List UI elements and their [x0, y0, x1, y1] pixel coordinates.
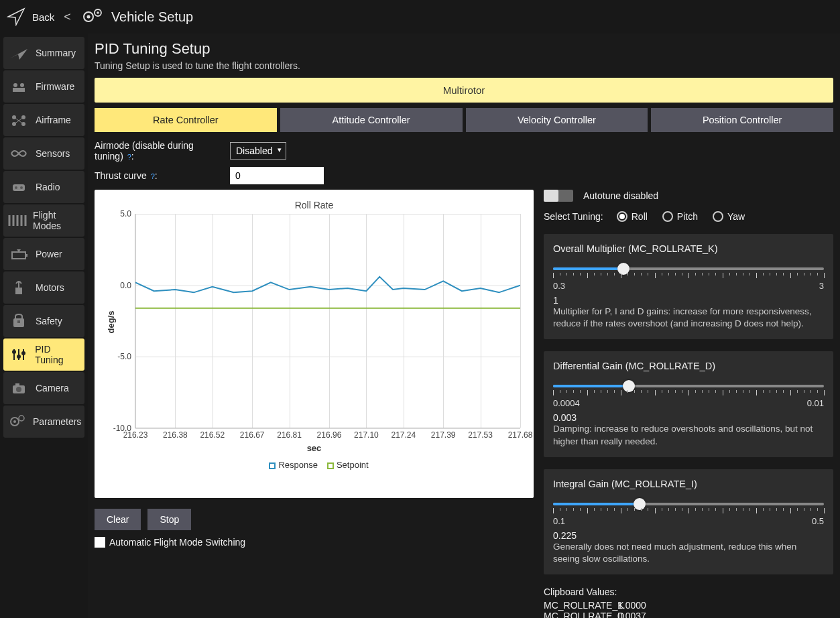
slider-box-0: Overall Multiplier (MC_ROLLRATE_K)0.331M… — [544, 234, 833, 339]
sidebar-item-label: Airframe — [36, 115, 71, 125]
radio-label: Roll — [632, 211, 648, 222]
slider-desc: Damping: increase to reduce overshoots a… — [553, 423, 824, 447]
sidebar-item-label: Radio — [36, 182, 60, 192]
slider-track[interactable] — [553, 385, 824, 387]
sidebar-item-label: Sensors — [36, 148, 70, 159]
sidebar-item-radio[interactable]: Radio — [3, 171, 84, 203]
help-icon[interactable]: ? — [127, 153, 131, 161]
radio-label: Pitch — [677, 211, 698, 222]
radio-pitch[interactable]: Pitch — [662, 211, 698, 222]
sensors-icon — [7, 143, 30, 164]
svg-rect-18 — [15, 288, 22, 294]
radio-icon — [617, 211, 627, 222]
svg-rect-16 — [12, 252, 25, 259]
sidebar-item-power[interactable]: Power — [3, 238, 84, 270]
thrust-input[interactable] — [230, 167, 324, 184]
svg-rect-4 — [13, 88, 25, 92]
help-icon[interactable]: ? — [151, 172, 155, 180]
slider-track[interactable] — [553, 267, 824, 270]
slider-box-2: Integral Gain (MC_ROLLRATE_I)0.10.50.225… — [544, 469, 833, 574]
sidebar-item-label: Summary — [36, 48, 76, 58]
auto-flightmode-label: Automatic Flight Mode Switching — [109, 537, 245, 548]
sidebar-item-label: Camera — [36, 383, 69, 393]
app-logo-icon — [7, 7, 25, 26]
slider-mid: 1 — [553, 295, 824, 306]
power-icon — [7, 244, 30, 264]
slider-max: 0.5 — [812, 516, 824, 526]
clipboard-row: MC_ROLLRATE_D0.0037 — [544, 611, 833, 618]
svg-point-14 — [15, 186, 17, 189]
sidebar-item-sensors[interactable]: Sensors — [3, 137, 84, 170]
svg-point-26 — [21, 351, 25, 355]
slider-max: 3 — [819, 281, 824, 291]
page-title: PID Tuning Setup — [95, 40, 833, 58]
chart-ylabel: deg/s — [106, 311, 116, 334]
clipboard-row: MC_ROLLRATE_K1.0000 — [544, 600, 833, 611]
parameters-icon — [7, 412, 27, 432]
sidebar-item-flight-modes[interactable]: Flight Modes — [3, 204, 84, 237]
slider-min: 0.1 — [553, 516, 565, 526]
tab-rate-controller[interactable]: Rate Controller — [95, 108, 277, 132]
svg-point-31 — [13, 420, 16, 423]
slider-desc: Multiplier for P, I and D gains: increas… — [553, 306, 824, 330]
sidebar-item-label: Parameters — [33, 416, 81, 427]
camera-icon — [7, 378, 30, 398]
slider-min: 0.0004 — [553, 398, 580, 408]
clear-button[interactable]: Clear — [95, 509, 141, 530]
chart-xlabel: sec — [101, 443, 527, 453]
radio-roll[interactable]: Roll — [617, 211, 648, 222]
back-chevron-icon: < — [61, 10, 74, 24]
chart-legend: ResponseSetpoint — [101, 460, 527, 470]
svg-point-1 — [86, 15, 90, 19]
slider-track[interactable] — [553, 503, 824, 505]
svg-rect-20 — [17, 320, 20, 323]
sidebar-item-label: Flight Modes — [33, 210, 80, 231]
airmode-label: Airmode (disable during tuning) ?: — [95, 140, 222, 162]
tab-position-controller[interactable]: Position Controller — [651, 108, 833, 132]
safety-icon — [7, 311, 30, 331]
sidebar: SummaryFirmwareAirframeSensorsRadioFligh… — [0, 34, 88, 618]
svg-point-32 — [19, 416, 24, 421]
pid-tuning-icon — [7, 345, 29, 365]
slider-max: 0.01 — [807, 398, 824, 408]
sidebar-item-label: Safety — [36, 316, 62, 326]
stop-button[interactable]: Stop — [147, 509, 191, 530]
sidebar-item-pid-tuning[interactable]: PID Tuning — [3, 338, 84, 371]
svg-rect-13 — [13, 184, 25, 191]
slider-min: 0.3 — [553, 281, 565, 291]
autotune-toggle[interactable] — [544, 190, 573, 202]
svg-point-5 — [13, 83, 17, 87]
sidebar-item-airframe[interactable]: Airframe — [3, 104, 84, 136]
sidebar-item-parameters[interactable]: Parameters — [3, 406, 84, 438]
svg-point-22 — [12, 350, 16, 354]
sidebar-item-firmware[interactable]: Firmware — [3, 70, 84, 103]
tab-velocity-controller[interactable]: Velocity Controller — [466, 108, 648, 132]
svg-point-3 — [97, 11, 99, 14]
auto-flightmode-checkbox[interactable] — [95, 537, 105, 548]
sidebar-item-camera[interactable]: Camera — [3, 372, 84, 404]
page-desc: Tuning Setup is used to tune the flight … — [95, 60, 833, 71]
summary-icon — [7, 43, 30, 63]
sidebar-item-summary[interactable]: Summary — [3, 37, 84, 69]
svg-rect-29 — [15, 383, 19, 386]
radio-label: Yaw — [727, 211, 745, 222]
autotune-label: Autotune disabled — [583, 190, 658, 201]
vehicle-type-banner: Multirotor — [95, 78, 833, 103]
slider-mid: 0.225 — [553, 530, 824, 541]
clipboard-title: Clipboard Values: — [544, 586, 833, 597]
chart-title: Roll Rate — [101, 200, 527, 210]
thrust-label: Thrust curve ?: — [95, 170, 222, 181]
gears-icon — [80, 7, 105, 26]
sidebar-item-motors[interactable]: Motors — [3, 271, 84, 304]
slider-title: Overall Multiplier (MC_ROLLRATE_K) — [553, 243, 824, 254]
radio-icon — [7, 177, 30, 197]
slider-mid: 0.003 — [553, 412, 824, 423]
radio-yaw[interactable]: Yaw — [713, 211, 745, 222]
radio-icon — [662, 211, 673, 222]
sidebar-item-safety[interactable]: Safety — [3, 305, 84, 337]
airmode-select[interactable]: Disabled — [230, 142, 286, 160]
controller-tabs: Rate ControllerAttitude ControllerVeloci… — [95, 108, 833, 132]
slider-desc: Generally does not need much adjustment,… — [553, 541, 824, 565]
back-button[interactable]: Back — [32, 11, 54, 23]
tab-attitude-controller[interactable]: Attitude Controller — [280, 108, 463, 132]
